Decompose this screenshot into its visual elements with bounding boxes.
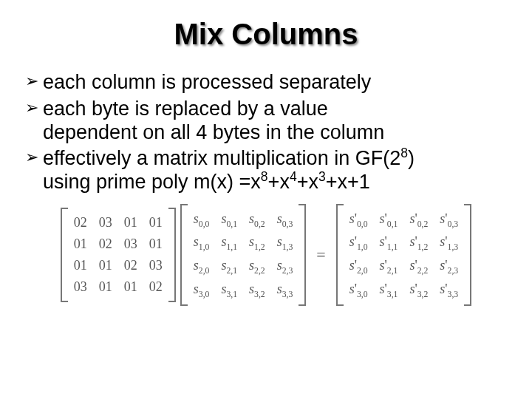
matrix-equation: 02030101 01020301 01010203 03010102 s0,0…: [25, 204, 507, 306]
bullet-list: ➢ each column is processed separately ➢ …: [25, 70, 507, 195]
bullet-arrow-icon: ➢: [25, 97, 43, 120]
list-item: ➢ each byte is replaced by a value: [25, 97, 507, 122]
bullet-text: each column is processed separately: [43, 70, 507, 95]
bullet-text-cont: using prime poly m(x) =x8+x4+x3+x+1: [25, 170, 507, 195]
equals-sign: =: [310, 245, 331, 265]
bullet-arrow-icon: ➢: [25, 70, 43, 93]
state-in-matrix: s0,0s0,1s0,2s0,3 s1,0s1,1s1,2s1,3 s2,0s2…: [180, 204, 307, 306]
bullet-text: each byte is replaced by a value: [43, 97, 507, 122]
page-title: Mix Columns: [25, 18, 507, 51]
list-item: ➢ each column is processed separately: [25, 70, 507, 95]
slide: Mix Columns ➢ each column is processed s…: [0, 0, 532, 399]
list-item: ➢ effectively a matrix multiplication in…: [25, 146, 507, 171]
state-out-matrix: s'0,0s'0,1s'0,2s'0,3 s'1,0s'1,1s'1,2s'1,…: [336, 204, 472, 306]
coef-matrix: 02030101 01020301 01010203 03010102: [61, 208, 176, 302]
bullet-text-cont: dependent on all 4 bytes in the column: [25, 120, 507, 146]
bullet-text: effectively a matrix multiplication in G…: [43, 146, 507, 171]
bullet-arrow-icon: ➢: [25, 146, 43, 169]
